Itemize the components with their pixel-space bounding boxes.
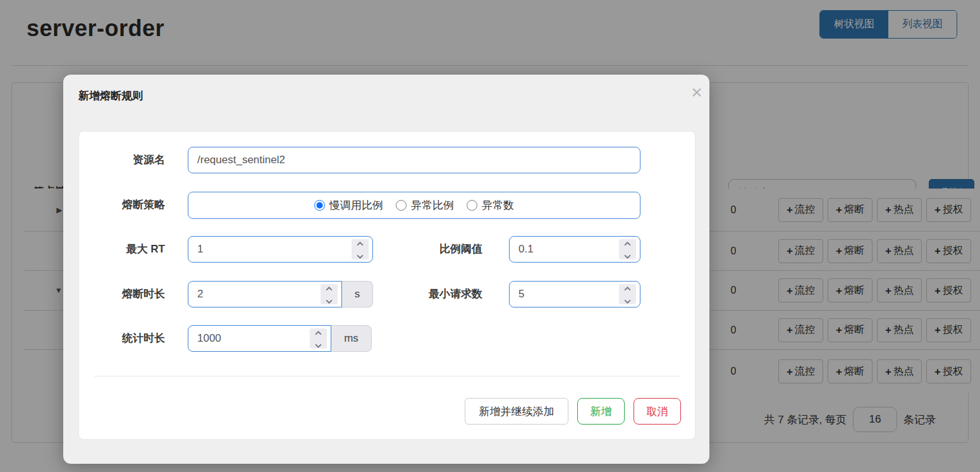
number-stepper[interactable] bbox=[619, 284, 636, 304]
spinner-up-icon[interactable] bbox=[624, 237, 631, 249]
strategy-radio-group: 慢调用比例 异常比例 异常数 bbox=[188, 192, 640, 219]
radio-error-count[interactable] bbox=[467, 200, 477, 211]
spinner-up-icon[interactable] bbox=[624, 282, 631, 294]
strategy-option-slow-ratio[interactable]: 慢调用比例 bbox=[314, 198, 383, 213]
radio-error-ratio[interactable] bbox=[396, 200, 407, 211]
seconds-unit-addon: s bbox=[342, 281, 373, 307]
spinner-down-icon[interactable] bbox=[624, 295, 631, 306]
spinner-up-icon[interactable] bbox=[315, 326, 322, 338]
ratio-threshold-label: 比例阈值 bbox=[399, 242, 482, 256]
max-rt-input[interactable] bbox=[188, 243, 372, 256]
spinner-down-icon[interactable] bbox=[624, 250, 631, 261]
number-stepper[interactable] bbox=[310, 328, 327, 349]
resource-input[interactable] bbox=[188, 154, 640, 166]
spinner-down-icon[interactable] bbox=[326, 295, 333, 306]
dialog-form-panel: 资源名 熔断策略 慢调用比例 异常比例 异常数 bbox=[78, 131, 695, 440]
milliseconds-unit-addon: ms bbox=[331, 325, 372, 352]
ratio-threshold-field bbox=[509, 236, 640, 263]
dialog-title: 新增熔断规则 bbox=[78, 89, 143, 103]
resource-field bbox=[188, 147, 640, 173]
recovery-timeout-input[interactable] bbox=[188, 288, 341, 301]
min-request-field bbox=[509, 281, 640, 307]
strategy-option-error-count[interactable]: 异常数 bbox=[467, 198, 514, 213]
spinner-up-icon[interactable] bbox=[357, 237, 364, 249]
max-rt-field bbox=[188, 236, 373, 263]
cancel-button[interactable]: 取消 bbox=[634, 398, 681, 425]
strategy-label: 熔断策略 bbox=[94, 198, 165, 212]
radio-slow-ratio[interactable] bbox=[314, 200, 325, 211]
number-stepper[interactable] bbox=[321, 284, 338, 304]
footer-divider bbox=[94, 376, 681, 376]
number-stepper[interactable] bbox=[352, 239, 369, 259]
close-icon[interactable]: × bbox=[684, 80, 709, 105]
number-stepper[interactable] bbox=[619, 239, 636, 259]
spinner-up-icon[interactable] bbox=[326, 282, 333, 294]
spinner-down-icon[interactable] bbox=[357, 250, 364, 261]
recovery-timeout-field bbox=[188, 281, 342, 307]
max-rt-label: 最大 RT bbox=[94, 242, 165, 256]
add-degrade-rule-dialog: 新增熔断规则 × 资源名 熔断策略 慢调用比例 异常比例 bbox=[63, 75, 709, 464]
stat-interval-label: 统计时长 bbox=[94, 332, 165, 345]
add-and-continue-button[interactable]: 新增并继续添加 bbox=[465, 398, 568, 425]
resource-label: 资源名 bbox=[94, 153, 165, 167]
app-root: server-order 树状视图 列表视图 簇点链路 刷新 分钟拒 绝 操作 … bbox=[0, 0, 980, 472]
add-button[interactable]: 新增 bbox=[577, 398, 625, 425]
recovery-timeout-label: 熔断时长 bbox=[94, 287, 165, 301]
stat-interval-field bbox=[188, 325, 331, 352]
spinner-down-icon[interactable] bbox=[315, 339, 322, 351]
strategy-option-error-ratio[interactable]: 异常比例 bbox=[396, 198, 454, 213]
min-request-label: 最小请求数 bbox=[399, 287, 482, 301]
dialog-footer: 新增并继续添加 新增 取消 bbox=[79, 398, 681, 425]
